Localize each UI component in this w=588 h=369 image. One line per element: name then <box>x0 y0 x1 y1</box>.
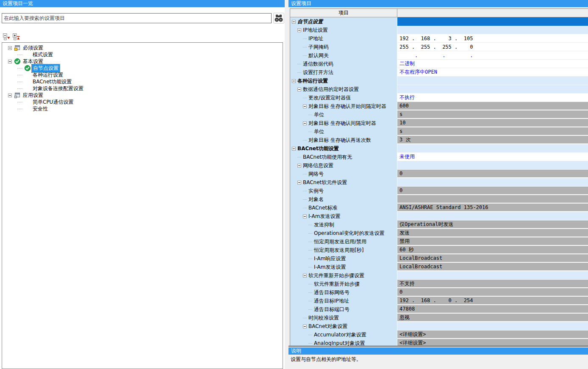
setting-value-cell: <详细设置> <box>397 339 588 346</box>
setting-item-cell[interactable]: BACnet功能设置 <box>290 144 397 153</box>
setting-item-cell[interactable]: Accumulator对象设置 <box>290 330 397 339</box>
expand-tree-icon <box>12 36 20 42</box>
setting-row: 单位s <box>290 127 588 136</box>
setting-item-cell[interactable]: 网络号 <box>290 170 397 178</box>
row-tree-line <box>308 225 312 225</box>
setting-item-cell[interactable]: 对象名 <box>290 195 397 204</box>
tree-toolbar <box>2 33 19 40</box>
setting-label: BACnet标准 <box>308 204 337 212</box>
setting-row: AnalogInput对象设置<详细设置> <box>290 339 588 346</box>
setting-label: I-Am发送设置 <box>308 213 341 220</box>
setting-label: 单位 <box>314 128 324 135</box>
row-expander-icon[interactable] <box>297 164 301 168</box>
row-expander-icon[interactable] <box>303 325 307 328</box>
setting-row: 对象名 <box>290 195 588 204</box>
setting-item-cell[interactable]: AnalogInput对象设置 <box>290 339 397 346</box>
collapse-all-button[interactable] <box>2 33 10 40</box>
setting-item-cell[interactable]: 单位 <box>290 110 397 119</box>
setting-item-cell[interactable]: 通告目标IP地址 <box>290 297 397 305</box>
row-expander-icon[interactable] <box>292 147 296 151</box>
setting-value-cell: 0 <box>397 187 588 195</box>
setting-value-cell[interactable]: 192 . 168 . 3 . 105 <box>397 34 588 43</box>
setting-item-cell[interactable]: 实例号 <box>290 187 397 195</box>
setting-item-cell[interactable]: 恒定周期发送启用/禁用 <box>290 237 397 246</box>
row-tree-line <box>303 140 307 140</box>
setting-value-cell[interactable]: 二进制 <box>397 60 588 68</box>
setting-value-cell[interactable] <box>397 17 588 26</box>
setting-value-cell[interactable]: 不在程序中OPEN <box>397 68 588 77</box>
setting-value-cell: 0 <box>397 288 588 297</box>
tree-expander-icon[interactable] <box>8 94 12 97</box>
row-tree-line <box>308 301 312 301</box>
setting-item-cell[interactable]: IP地址设置 <box>290 26 397 34</box>
setting-item-cell[interactable]: 数据通信用的定时器设置 <box>290 85 397 94</box>
row-expander-icon[interactable] <box>303 121 307 125</box>
setting-item-cell[interactable]: Operational变化时的发送设置 <box>290 229 397 237</box>
setting-item-cell[interactable]: 网络信息设置 <box>290 161 397 170</box>
setting-item-cell[interactable]: 通告目标网络号 <box>290 288 397 297</box>
setting-row: 默认网关 . . . <box>290 51 588 60</box>
setting-item-cell[interactable]: 发送抑制 <box>290 220 397 229</box>
row-expander-icon[interactable] <box>297 28 301 32</box>
row-tree-line <box>303 47 307 47</box>
search-input[interactable] <box>2 13 272 23</box>
setting-item-cell[interactable]: I-Am发送设置 <box>290 212 397 220</box>
setting-row: 时间校准设置忽视 <box>290 314 588 322</box>
setting-item-cell[interactable]: 通告目标端口号 <box>290 305 397 314</box>
setting-item-cell[interactable]: 子网掩码 <box>290 43 397 51</box>
row-expander-icon[interactable] <box>297 88 301 91</box>
row-expander-icon[interactable] <box>292 79 296 83</box>
setting-row: 通告目标网络号0 <box>290 288 588 297</box>
setting-item-cell[interactable]: 时间校准设置 <box>290 314 397 322</box>
setting-item-cell[interactable]: BACnet标准 <box>290 204 397 212</box>
setting-item-cell[interactable]: 自节点设置 <box>290 17 397 26</box>
setting-item-cell[interactable]: 设置打开方法 <box>290 68 397 77</box>
row-tree-line <box>303 55 307 56</box>
setting-item-cell[interactable]: 恒定周期发送周期[秒] <box>290 246 397 254</box>
setting-item-cell[interactable]: 默认网关 <box>290 51 397 60</box>
row-expander-icon[interactable] <box>303 215 307 218</box>
setting-item-cell[interactable]: 更改/设置定时器值 <box>290 94 397 102</box>
tree-item[interactable]: 安全性 <box>2 105 283 112</box>
setting-value-cell[interactable]: 未使用 <box>397 153 588 161</box>
setting-item-cell[interactable]: BACnet功能使用有无 <box>290 153 397 161</box>
panel-splitter[interactable] <box>285 0 288 369</box>
setting-label: 恒定周期发送周期[秒] <box>314 247 363 254</box>
setting-item-cell[interactable]: 单位 <box>290 127 397 136</box>
tree-item-label[interactable]: 安全性 <box>31 105 49 113</box>
setting-item-cell[interactable]: I-Am发送设置 <box>290 263 397 271</box>
setting-label: 通告目标IP地址 <box>314 297 349 305</box>
setting-item-cell[interactable]: 各种运行设置 <box>290 77 397 85</box>
setting-item-cell[interactable]: I-Am响应设置 <box>290 254 397 263</box>
row-expander-icon[interactable] <box>297 181 301 184</box>
setting-label: BACnet对象设置 <box>308 323 347 330</box>
setting-row: IP地址设置 <box>290 26 588 34</box>
setting-value-cell <box>397 271 588 280</box>
setting-item-cell[interactable]: 软元件重新开始步骤设置 <box>290 271 397 280</box>
setting-value-cell: 发送 <box>397 229 588 237</box>
setting-label: 实例号 <box>308 187 324 195</box>
setting-value-cell[interactable]: 255 . 255 . 255 . 0 <box>397 43 588 51</box>
setting-item-cell[interactable]: 对象目标 生存确认再送次数 <box>290 136 397 144</box>
setting-item-cell[interactable]: 对象目标 生存确认间隔定时器 <box>290 119 397 127</box>
row-expander-icon[interactable] <box>303 105 307 108</box>
row-expander-icon[interactable] <box>292 20 296 24</box>
expand-all-button[interactable] <box>12 33 19 40</box>
setting-item-cell[interactable]: IP地址 <box>290 34 397 43</box>
setting-value-cell[interactable]: . . . <box>397 51 588 60</box>
setting-item-cell[interactable]: 对象目标 生存确认开始间隔定时器 <box>290 102 397 110</box>
setting-row: BACnet软元件设置 <box>290 178 588 187</box>
setting-value-cell <box>397 77 588 85</box>
setting-item-cell[interactable]: 通信数据代码 <box>290 60 397 68</box>
setting-item-cell[interactable]: BACnet对象设置 <box>290 322 397 330</box>
setting-label: 对象目标 生存确认再送次数 <box>308 137 371 144</box>
tree-expander-icon[interactable] <box>8 46 12 50</box>
setting-value-cell[interactable]: 不执行 <box>397 94 588 102</box>
tree-expander-icon[interactable] <box>8 60 12 63</box>
setting-label: 设置打开方法 <box>303 69 333 76</box>
setting-label: 更改/设置定时器值 <box>308 94 351 102</box>
search-button[interactable] <box>273 13 284 24</box>
setting-item-cell[interactable]: 软元件重新开始步骤 <box>290 280 397 288</box>
row-expander-icon[interactable] <box>303 274 307 278</box>
setting-item-cell[interactable]: BACnet软元件设置 <box>290 178 397 187</box>
